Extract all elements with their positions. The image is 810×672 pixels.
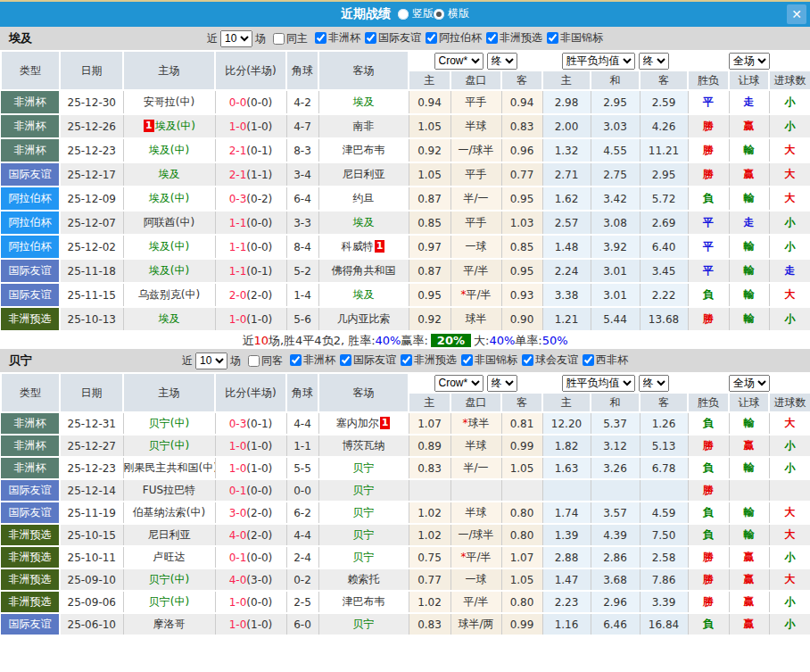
same-venue-input[interactable] (273, 33, 285, 45)
filter-input[interactable] (426, 32, 437, 44)
filter-checkbox[interactable]: 非洲预选 (482, 30, 542, 46)
handicap-away-odds (501, 479, 542, 502)
match-row: 非洲杯25-12-31贝宁(中)0-3(0-1)4-4塞内加尔11.07*球半0… (1, 412, 810, 435)
sub-eu-away: 客 (640, 393, 688, 412)
match-row: 阿拉伯杯25-12-09埃及(中)0-3(0-2)6-4约旦0.87半/一0.9… (1, 187, 810, 211)
euro-away-odds: 16.84 (640, 613, 688, 635)
radio-label: 竖版 (412, 6, 434, 21)
euro-home-odds: 3.38 (542, 283, 591, 307)
match-row: 非洲预选25-10-15尼日利亚4-0(2-0)4-4贝宁1.02一/球半0.8… (1, 524, 810, 546)
filter-input[interactable] (315, 32, 326, 44)
handicap-home-odds: 0.77 (409, 568, 450, 591)
filter-input[interactable] (583, 354, 594, 366)
close-button[interactable]: ✕ (787, 4, 806, 24)
company-select[interactable]: Crow* (434, 375, 484, 392)
recent-count-select[interactable]: 10 (220, 30, 252, 47)
euro-draw-odds: 2.95 (591, 90, 640, 114)
result-goals: 大 (769, 412, 810, 435)
euro-draw-odds: 5.44 (591, 307, 640, 331)
competition-filters: 非洲杯国际友谊阿拉伯杯非洲预选非国锦标 (310, 30, 603, 46)
final-odds-select[interactable]: 终 (487, 53, 517, 70)
score: 4-0(2-0) (215, 524, 286, 546)
handicap-home-odds: 1.05 (409, 162, 450, 187)
away-team: 津巴布韦 (318, 591, 409, 613)
filter-input[interactable] (290, 354, 302, 366)
filter-checkbox[interactable]: 球会友谊 (517, 353, 578, 368)
matches-table-benin: 类型 日期 主场 比分(半场) 角球 客场 Crow*终 胜平负均值终 全场 主… (0, 372, 810, 636)
col-corner: 角球 (286, 373, 318, 412)
result-wdl: 負 (688, 502, 729, 524)
filter-input[interactable] (340, 354, 351, 366)
handicap-line: 平/半 (450, 591, 501, 613)
filter-input[interactable] (365, 32, 376, 44)
home-team: 1埃及(中) (123, 114, 215, 138)
filter-input[interactable] (547, 32, 558, 44)
away-team: 埃及 (318, 211, 409, 235)
score-halftime: (0-0) (246, 241, 272, 253)
same-venue-checkbox[interactable]: 同主 (269, 31, 308, 46)
final-odds-select[interactable]: 终 (487, 375, 517, 392)
score: 0-3(0-1) (215, 412, 286, 435)
scope-select[interactable]: 全场 (729, 375, 770, 392)
final-odds-select2[interactable]: 终 (639, 375, 669, 392)
euro-select-group: 胜平负均值终 (542, 373, 688, 393)
avg-select[interactable]: 胜平负均值 (562, 375, 635, 392)
filter-input[interactable] (461, 354, 473, 366)
filter-checkbox[interactable]: 国际友谊 (360, 30, 421, 46)
result-handicap: 走 (729, 211, 769, 235)
score-halftime: (0-0) (246, 217, 272, 229)
filter-checkbox[interactable]: 非国锦标 (542, 30, 603, 46)
filter-checkbox[interactable]: 非洲杯 (285, 353, 335, 368)
euro-home-odds: 2.57 (542, 211, 591, 235)
filter-checkbox[interactable]: 非洲杯 (310, 30, 360, 46)
score-halftime: (1-0) (246, 313, 272, 326)
corners: 6-2 (286, 502, 318, 524)
corners: 8-3 (286, 138, 318, 162)
live-star: * (460, 288, 466, 301)
filter-checkbox[interactable]: 西非杯 (578, 353, 628, 368)
result-goals: 小 (769, 435, 810, 457)
corners: 1-4 (286, 283, 318, 307)
euro-draw-odds: 3.68 (591, 568, 640, 591)
final-odds-select2[interactable]: 终 (639, 53, 669, 70)
match-date: 25-10-13 (60, 307, 123, 331)
filter-label: 非国锦标 (475, 353, 517, 368)
score-fulltime: 1-0 (229, 313, 247, 326)
handicap-home-odds: 0.85 (409, 211, 450, 235)
same-venue-input[interactable] (248, 355, 260, 367)
filter-checkbox[interactable]: 非洲预选 (396, 353, 457, 368)
layout-radio[interactable]: 竖版 (398, 6, 434, 21)
same-venue-checkbox[interactable]: 同客 (244, 353, 283, 369)
home-team: 埃及 (123, 162, 215, 187)
handicap-home-odds: 0.92 (409, 307, 450, 331)
euro-draw-odds: 3.92 (591, 235, 640, 259)
handicap-home-odds: 0.94 (409, 90, 450, 114)
filter-checkbox[interactable]: 非国锦标 (457, 353, 517, 368)
filter-checkbox[interactable]: 阿拉伯杯 (421, 30, 482, 46)
games-label: 场 (255, 31, 266, 46)
filter-input[interactable] (522, 354, 533, 366)
radio-label: 横版 (448, 6, 469, 21)
match-row: 非洲杯25-12-30安哥拉(中)0-0(0-0)4-2埃及0.94平手0.94… (1, 90, 810, 114)
summary-segment: 10 (253, 334, 269, 347)
filter-input[interactable] (486, 32, 498, 44)
layout-radio[interactable]: 横版 (434, 6, 469, 21)
handicap-home-odds: 0.75 (409, 546, 450, 568)
euro-away-odds: 3.45 (640, 259, 688, 283)
euro-draw-odds: 6.46 (591, 613, 640, 635)
match-row: 非洲预选25-10-13埃及1-0(1-0)5-6几内亚比索0.92球半0.90… (1, 307, 810, 331)
company-select[interactable]: Crow* (434, 53, 484, 70)
scope-select-group: 全场 (688, 373, 810, 393)
score-halftime: (0-1) (246, 265, 272, 278)
home-team: FUS拉巴特 (123, 479, 215, 502)
scope-select[interactable]: 全场 (729, 53, 770, 70)
score: 0-1(0-0) (215, 546, 286, 568)
filter-input[interactable] (401, 354, 412, 366)
home-team: 摩洛哥 (123, 613, 215, 635)
score: 1-1(0-1) (215, 259, 286, 283)
competition-filters: 非洲杯国际友谊非洲预选非国锦标球会友谊西非杯 (285, 353, 628, 369)
recent-count-select[interactable]: 10 (195, 353, 227, 369)
euro-away-odds: 6.40 (640, 235, 688, 259)
avg-select[interactable]: 胜平负均值 (562, 53, 635, 70)
filter-checkbox[interactable]: 国际友谊 (335, 353, 396, 368)
